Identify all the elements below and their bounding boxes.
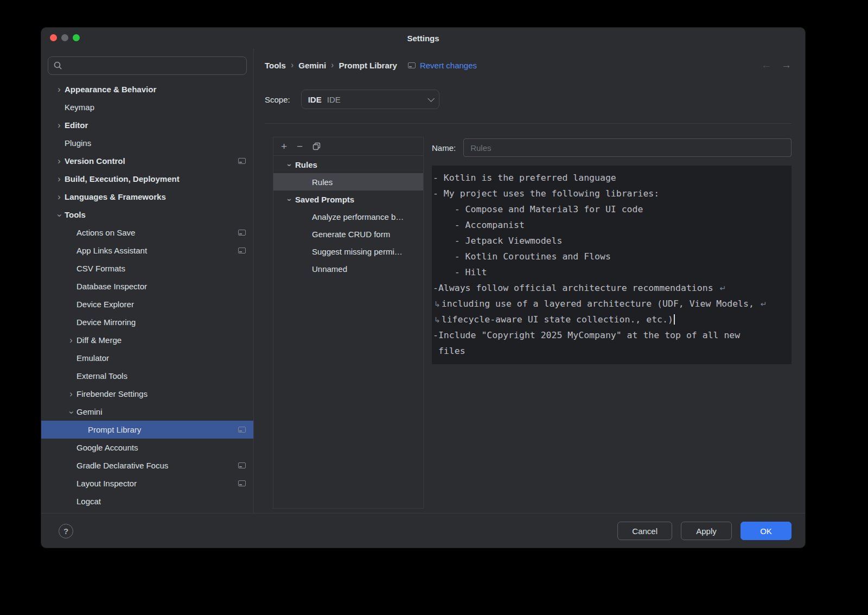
sidebar-item-label: Layout Inspector [76,479,137,488]
soft-wrap-start-icon: ↳ [433,315,442,324]
sidebar-tree-item[interactable]: Actions on Save [41,224,253,242]
chevron-icon[interactable]: › [67,407,76,417]
close-window-button[interactable] [50,34,57,41]
prompt-name-input[interactable] [463,138,792,157]
sidebar-item-label: Device Mirroring [76,318,136,327]
scope-value: IDE [327,95,341,104]
sidebar-tree-item[interactable]: App Links Assistant [41,242,253,259]
prompt-list-item[interactable]: › Rules [273,156,423,173]
sidebar-item-label: Keymap [65,103,94,112]
chevron-icon[interactable]: › [54,175,65,183]
prompt-list-item[interactable]: Rules [273,173,423,191]
prompt-list-item[interactable]: › Saved Prompts [273,191,423,208]
soft-wrap-start-icon: ↳ [433,300,442,308]
sidebar-tree-item[interactable]: › Diff & Merge [41,331,253,349]
chevron-icon[interactable]: › [285,160,295,170]
sidebar-tree-item[interactable]: Device Explorer [41,295,253,313]
scope-label: Scope: [265,95,290,104]
chevron-icon[interactable]: › [54,85,65,94]
prompt-text-editor[interactable]: - Kotlin is the preferred language- My p… [432,166,792,364]
editor-line: - Compose and Material3 for UI code [433,201,790,217]
sidebar-tree-item[interactable]: Emulator [41,349,253,367]
prompt-list-item[interactable]: Suggest missing permi… [273,243,423,260]
sidebar-tree-item[interactable]: Keymap [41,98,253,116]
dialog-footer: ? Cancel Apply OK [41,513,805,548]
sidebar-tree-item[interactable]: Prompt Library [41,421,253,439]
breadcrumb-gemini[interactable]: Gemini [298,61,326,70]
chevron-icon[interactable]: › [54,157,65,166]
prompt-list-item[interactable]: Unnamed [273,260,423,277]
minimize-window-button[interactable] [61,34,68,41]
sidebar-item-label: Firebender Settings [76,389,148,398]
prompt-item-label: Rules [295,160,317,169]
remove-prompt-button[interactable]: − [297,141,303,151]
sidebar-tree-item[interactable]: Database Inspector [41,277,253,295]
zoom-window-button[interactable] [73,34,80,41]
sidebar-item-label: Diff & Merge [76,335,122,345]
sidebar-tree-item[interactable]: › Tools [41,206,253,224]
settings-search-input[interactable] [48,56,247,75]
chevron-icon[interactable]: › [66,390,76,398]
screen-icon [238,480,246,486]
breadcrumb: Tools › Gemini › Prompt Library Revert c… [265,58,792,72]
cancel-button[interactable]: Cancel [617,522,672,540]
sidebar-item-label: App Links Assistant [76,246,147,255]
editor-line: files [433,343,790,359]
sidebar-tree-item[interactable]: › Appearance & Behavior [41,80,253,98]
sidebar-tree-item[interactable]: › Gemini [41,403,253,421]
revert-changes-link[interactable]: Revert changes [420,61,477,70]
search-icon [53,61,63,71]
modified-indicator-icon [408,62,416,68]
breadcrumb-tools[interactable]: Tools [265,61,286,70]
back-arrow-icon[interactable]: ← [761,59,771,71]
sidebar-item-label: Version Control [65,156,125,166]
editor-line: - Kotlin is the preferred language [433,170,790,186]
chevron-icon[interactable]: › [66,336,76,345]
sidebar-tree-item[interactable]: CSV Formats [41,259,253,277]
prompt-list-item[interactable]: Generate CRUD form [273,225,423,243]
ok-button[interactable]: OK [741,522,792,540]
scope-dropdown[interactable]: IDE IDE [301,90,439,109]
editor-line: - Hilt [433,264,790,280]
screen-icon [238,230,246,236]
editor-line: - Accompanist [433,217,790,233]
sidebar-tree-item[interactable]: › Firebender Settings [41,385,253,403]
editor-line: ↳lifecycle-aware UI state collection., e… [433,312,790,327]
text-caret [674,314,675,325]
sidebar-tree-item[interactable]: › Version Control [41,152,253,170]
add-prompt-button[interactable]: + [281,141,287,151]
settings-sidebar: › Appearance & Behavior Keymap › Editor … [41,48,254,513]
sidebar-tree-item[interactable]: › Languages & Frameworks [41,188,253,206]
scope-tag: IDE [308,95,322,104]
sidebar-item-label: Emulator [76,353,109,363]
editor-line: ↳including use of a layered architecture… [433,296,790,312]
prompt-name-label: Name: [432,143,456,153]
sidebar-tree-item[interactable]: Plugins [41,134,253,152]
sidebar-tree-item[interactable]: External Tools [41,367,253,385]
editor-line: - My project uses the following librarie… [433,186,790,201]
window-controls [50,34,80,41]
sidebar-tree-item[interactable]: › Build, Execution, Deployment [41,170,253,188]
chevron-icon[interactable]: › [285,194,295,205]
window-title: Settings [407,34,439,43]
sidebar-item-label: Gradle Declarative Focus [76,461,168,470]
prompt-list-item[interactable]: Analyze performance b… [273,208,423,225]
sidebar-tree-item[interactable]: Device Mirroring [41,313,253,331]
chevron-icon[interactable]: › [54,193,65,201]
sidebar-tree-item[interactable]: Layout Inspector [41,474,253,492]
settings-content: Tools › Gemini › Prompt Library Revert c… [254,48,805,513]
help-button[interactable]: ? [59,524,73,538]
chevron-icon[interactable]: › [54,121,65,130]
prompt-detail-panel: Name: - Kotlin is the preferred language… [432,137,792,509]
copy-prompt-button[interactable] [312,142,321,150]
sidebar-tree-item[interactable]: Google Accounts [41,439,253,457]
apply-button[interactable]: Apply [681,522,732,540]
sidebar-tree-item[interactable]: › Editor [41,116,253,134]
chevron-icon[interactable]: › [55,210,64,220]
sidebar-tree-item[interactable]: Logcat [41,492,253,510]
sidebar-item-label: Tools [65,210,86,219]
copy-icon [312,142,321,150]
sidebar-tree-item[interactable]: Gradle Declarative Focus [41,457,253,474]
editor-line: -Include "Copyright 2025 MyCompany" at t… [433,327,790,343]
forward-arrow-icon[interactable]: → [781,59,792,71]
